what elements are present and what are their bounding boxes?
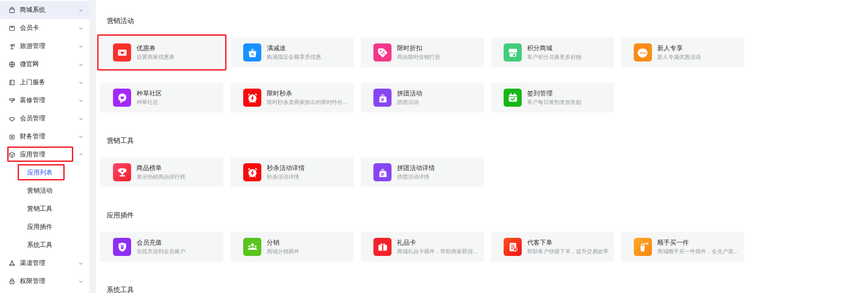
card-grid: 优惠券设置商家优惠券满减送购满指定金额享受优惠限时折扣商品限时促销打折积分商城客… bbox=[100, 38, 868, 113]
sidebar-item-marketing-activities[interactable]: 营销活动 bbox=[0, 182, 90, 200]
heart-icon bbox=[8, 115, 16, 123]
sidebar-item-app-management[interactable]: 应用管理 bbox=[0, 146, 90, 164]
store-icon bbox=[504, 43, 522, 61]
section-marketing-activities: 营销活动优惠券设置商家优惠券满减送购满指定金额享受优惠限时折扣商品限时促销打折积… bbox=[100, 16, 868, 113]
sidebar-item-label: 权限管理 bbox=[20, 277, 45, 285]
app-sections: 营销活动优惠券设置商家优惠券满减送购满指定金额享受优惠限时折扣商品限时促销打折积… bbox=[100, 16, 868, 293]
chevron-down-icon bbox=[78, 98, 84, 103]
app-card-distribution[interactable]: 分销商城分销插件 bbox=[231, 232, 354, 262]
globe-icon bbox=[8, 61, 16, 68]
card-subtitle: 帮助客户快捷下单，提升交易效率 bbox=[527, 248, 609, 255]
sidebar-item-member-card[interactable]: 会员卡 bbox=[0, 19, 90, 37]
sidebar-item-door-service[interactable]: 上门服务 bbox=[0, 73, 90, 91]
app-card-gift-card[interactable]: 礼品卡商城礼品卡插件，帮助商家获得... bbox=[361, 232, 484, 262]
alarm-icon bbox=[243, 89, 261, 107]
section-marketing-tools: 营销工具商品榜单展示热销商品排行榜秒杀活动详情秒杀活动详情拼团活动详情拼团活动详… bbox=[100, 136, 868, 187]
section-title: 应用插件 bbox=[107, 211, 868, 220]
section-system-tools: 系统工具 bbox=[100, 285, 868, 293]
group-bag-icon bbox=[373, 163, 392, 181]
card-title: 拼团活动 bbox=[397, 90, 422, 98]
app-card-member-recharge[interactable]: 会员充值在线充值到会员账户 bbox=[100, 232, 223, 262]
app-card-checkin[interactable]: 签到管理客户每日签到发放奖励 bbox=[491, 83, 614, 113]
section-title: 营销工具 bbox=[107, 136, 868, 145]
card-texts: 会员充值在线充值到会员账户 bbox=[137, 239, 189, 255]
people-icon bbox=[243, 238, 261, 256]
sidebar-item-app-plugins[interactable]: 应用插件 bbox=[0, 218, 90, 236]
card-texts: 限时折扣商品限时促销打折 bbox=[397, 44, 444, 61]
card-title: 礼品卡 bbox=[397, 239, 477, 247]
app-card-newcomer[interactable]: 新人专享新人专属优惠活动 bbox=[621, 38, 744, 67]
app-card-flash-sale[interactable]: 限时秒杀限时秒杀是商家推出的限时特价... bbox=[231, 83, 354, 113]
sidebar-item-label: 上门服务 bbox=[20, 78, 45, 86]
card-texts: 商品榜单展示热销商品排行榜 bbox=[137, 164, 189, 180]
card-title: 积分商城 bbox=[527, 44, 581, 52]
card-title: 种草社区 bbox=[137, 90, 162, 98]
card-texts: 拼团活动拼团活动 bbox=[397, 90, 426, 106]
door-icon bbox=[8, 79, 16, 86]
sidebar-item-marketing-tools[interactable]: 营销工具 bbox=[0, 200, 90, 218]
app-card-seckill-detail[interactable]: 秒杀活动详情秒杀活动详情 bbox=[231, 157, 354, 187]
section-app-plugins: 应用插件会员充值在线充值到会员账户分销商城分销插件礼品卡商城礼品卡插件，帮助商家… bbox=[100, 211, 868, 262]
sidebar-item-label: 会员管理 bbox=[20, 114, 45, 123]
tag-percent-icon bbox=[373, 43, 392, 61]
app-card-buy-one-more[interactable]: 顺手买一件商城顺手买一件插件，会员户选... bbox=[621, 232, 744, 262]
sidebar-item-label: 应用列表 bbox=[27, 169, 52, 177]
app-card-points-mall[interactable]: 积分商城客户积分兑换更多好物 bbox=[491, 38, 614, 67]
sidebar-item-mall-system[interactable]: 商城系统 bbox=[0, 1, 90, 19]
sidebar-item-finance-management[interactable]: 财务管理 bbox=[0, 128, 90, 146]
app-card-full-reduction[interactable]: 满减送购满指定金额享受优惠 bbox=[231, 38, 354, 67]
card-texts: 优惠券设置商家优惠券 bbox=[137, 44, 178, 61]
card-subtitle: 商城顺手买一件插件，会员户选... bbox=[657, 248, 738, 255]
app-card-coupon[interactable]: 优惠券设置商家优惠券 bbox=[100, 38, 223, 67]
main-content: 营销活动优惠券设置商家优惠券满减送购满指定金额享受优惠限时折扣商品限时促销打折积… bbox=[96, 0, 868, 293]
card-title: 优惠券 bbox=[137, 44, 175, 52]
sidebar-item-micro-site[interactable]: 微官网 bbox=[0, 55, 90, 73]
card-subtitle: 展示热销商品排行榜 bbox=[137, 174, 185, 180]
card-texts: 种草社区种草社区 bbox=[137, 90, 165, 106]
chat-heart-icon bbox=[113, 89, 131, 107]
sidebar-scrollbar[interactable] bbox=[90, 0, 96, 293]
chevron-down-icon bbox=[78, 134, 84, 139]
sidebar-item-label: 商城系统 bbox=[20, 6, 45, 14]
sidebar-item-label: 应用插件 bbox=[27, 223, 52, 231]
card-subtitle: 拼团活动 bbox=[397, 99, 422, 106]
decoration-icon bbox=[8, 97, 16, 104]
sidebar-item-travel-management[interactable]: 旅游管理 bbox=[0, 37, 90, 55]
app-card-product-ranking[interactable]: 商品榜单展示热销商品排行榜 bbox=[100, 157, 223, 187]
app-card-community[interactable]: 种草社区种草社区 bbox=[100, 83, 223, 113]
chevron-down-icon bbox=[78, 25, 84, 31]
card-texts: 满减送购满指定金额享受优惠 bbox=[267, 44, 325, 61]
chevron-down-icon bbox=[78, 43, 84, 49]
card-title: 代客下单 bbox=[527, 239, 609, 247]
app-card-groupbuy-detail[interactable]: 拼团活动详情拼团活动详情 bbox=[361, 157, 484, 187]
card-title: 会员充值 bbox=[137, 239, 185, 247]
chevron-down-icon bbox=[78, 61, 84, 67]
sidebar-item-decoration-management[interactable]: 装修管理 bbox=[0, 91, 90, 109]
sidebar-item-label: 旅游管理 bbox=[20, 42, 45, 50]
sidebar-item-channel-management[interactable]: 渠道管理 bbox=[0, 254, 90, 272]
card-subtitle: 在线充值到会员账户 bbox=[137, 248, 185, 255]
card-texts: 签到管理客户每日签到发放奖励 bbox=[527, 90, 585, 106]
chevron-down-icon bbox=[78, 279, 84, 284]
sidebar-item-system-tools[interactable]: 系统工具 bbox=[0, 236, 90, 254]
card-subtitle: 购满指定金额享受优惠 bbox=[267, 54, 321, 61]
app-card-group-buy[interactable]: 拼团活动拼团活动 bbox=[361, 83, 484, 113]
shield-yen-icon bbox=[113, 238, 131, 256]
app-card-proxy-order[interactable]: 代客下单帮助客户快捷下单，提升交易效率 bbox=[491, 232, 614, 262]
sidebar-item-member-management[interactable]: 会员管理 bbox=[0, 109, 90, 128]
card-texts: 限时秒杀限时秒杀是商家推出的限时特价... bbox=[267, 90, 351, 106]
sidebar-item-label: 会员卡 bbox=[20, 24, 39, 32]
card-title: 商品榜单 bbox=[137, 164, 185, 172]
sidebar-item-permission-management[interactable]: 权限管理 bbox=[0, 272, 90, 290]
sidebar-item-app-list[interactable]: 应用列表 bbox=[0, 164, 90, 182]
card-subtitle: 种草社区 bbox=[137, 99, 162, 106]
card-texts: 礼品卡商城礼品卡插件，帮助商家获得... bbox=[397, 239, 481, 255]
new-badge-icon bbox=[634, 43, 652, 61]
card-title: 秒杀活动详情 bbox=[267, 164, 305, 172]
chevron-down-icon bbox=[78, 260, 84, 266]
app-card-flash-discount[interactable]: 限时折扣商品限时促销打折 bbox=[361, 38, 484, 67]
coupon-icon bbox=[113, 43, 131, 61]
card-title: 拼团活动详情 bbox=[397, 164, 435, 172]
card-texts: 拼团活动详情拼团活动详情 bbox=[397, 164, 439, 180]
calendar-check-icon bbox=[504, 89, 522, 107]
